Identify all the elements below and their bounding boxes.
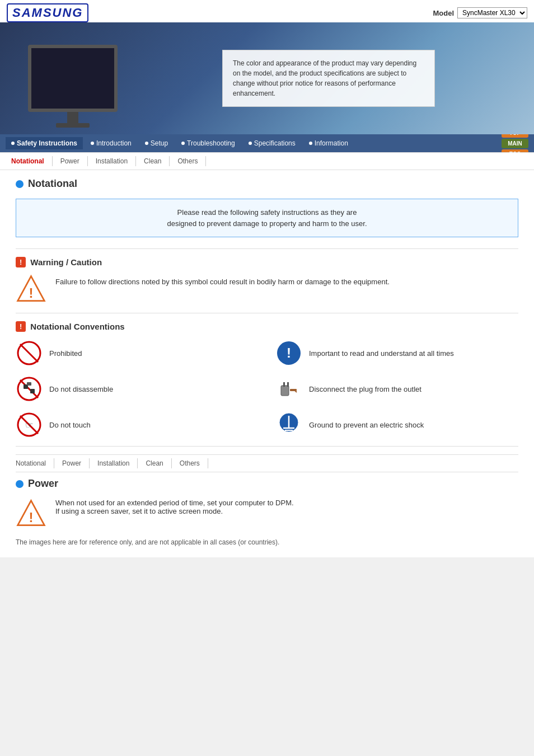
- power-title: Power: [28, 478, 58, 490]
- sub-nav-bottom-power[interactable]: Power: [54, 458, 90, 468]
- svg-rect-10: [27, 382, 31, 386]
- model-label: Model: [433, 9, 454, 17]
- sub-nav-notational[interactable]: Notational: [11, 156, 53, 166]
- power-warning-text: When not used for an extended period of …: [55, 499, 294, 515]
- ground-icon: [275, 411, 302, 438]
- nav-dot: [11, 142, 15, 145]
- banner: The color and appearance of the product …: [0, 22, 534, 134]
- warning-title: Warning / Caution: [30, 257, 102, 267]
- prohibited-label: Prohibited: [49, 349, 82, 358]
- warning-exclaim-icon: !: [20, 258, 22, 266]
- nav-dot: [145, 142, 148, 145]
- disconnect-plug-label: Disconnect the plug from the outlet: [309, 385, 421, 393]
- convention-no-disassemble: Do not disassemble: [16, 375, 259, 402]
- sub-nav-bottom-notational[interactable]: Notational: [16, 458, 54, 468]
- nav-dot: [181, 142, 185, 145]
- nav-item-introduction[interactable]: Introduction: [85, 137, 137, 149]
- sub-nav-clean[interactable]: Clean: [136, 156, 170, 166]
- svg-line-3: [20, 344, 38, 362]
- important-label: Important to read and understand at all …: [309, 349, 454, 358]
- convention-important: ! Important to read and understand at al…: [275, 340, 518, 367]
- svg-rect-11: [281, 386, 289, 396]
- ground-label: Ground to prevent an electric shock: [309, 421, 424, 429]
- info-box: Please read the following safety instruc…: [16, 199, 518, 237]
- power-body-line2: If using a screen saver, set it to activ…: [55, 507, 294, 515]
- warning-triangle-icon: !: [16, 274, 46, 305]
- warning-text: Failure to follow directions noted by th…: [55, 274, 390, 288]
- main-button[interactable]: MAIN: [502, 139, 528, 148]
- banner-monitor-image: [17, 45, 129, 134]
- warning-header: ! Warning / Caution: [16, 257, 518, 267]
- svg-rect-12: [283, 382, 285, 387]
- banner-wrapper: The color and appearance of the product …: [0, 22, 534, 152]
- notational-section-title: Notational: [16, 178, 518, 190]
- nav-dot: [309, 142, 312, 145]
- sub-nav-bottom: Notational Power Installation Clean Othe…: [16, 454, 518, 472]
- nav-item-setup[interactable]: Setup: [139, 137, 174, 149]
- banner-text: The color and appearance of the product …: [233, 59, 416, 97]
- samsung-logo: SAMSUNG: [7, 3, 88, 22]
- monitor-screen: [28, 45, 118, 112]
- model-info: Model SyncMaster XL30: [433, 7, 527, 18]
- divider2: [16, 313, 518, 313]
- svg-rect-9: [30, 389, 35, 393]
- content-area: Notational Please read the following saf…: [0, 170, 534, 557]
- monitor-stand: [67, 112, 78, 123]
- power-section-title: Power: [16, 478, 518, 490]
- info-line1: Please read the following safety instruc…: [27, 207, 507, 218]
- warning-body: ! Failure to follow directions noted by …: [16, 274, 518, 305]
- convention-disconnect-plug: Disconnect the plug from the outlet: [275, 375, 518, 402]
- conventions-exclaim-icon: !: [20, 322, 22, 331]
- sub-nav-bottom-others[interactable]: Others: [172, 458, 208, 468]
- model-select[interactable]: SyncMaster XL30: [457, 7, 527, 18]
- info-line2: designed to prevent damage to property a…: [27, 218, 507, 229]
- sub-nav-bottom-installation[interactable]: Installation: [90, 458, 138, 468]
- banner-text-box: The color and appearance of the product …: [222, 50, 435, 107]
- nav-item-specifications[interactable]: Specifications: [243, 137, 301, 149]
- important-icon: !: [275, 340, 302, 367]
- nav-item-safety[interactable]: Safety Instructions: [6, 137, 83, 149]
- page-header: SAMSUNG Model SyncMaster XL30: [0, 0, 534, 22]
- power-warning-triangle-icon: !: [16, 499, 46, 529]
- section-title-dot: [16, 180, 24, 188]
- prohibited-icon: [16, 340, 43, 367]
- notational-title: Notational: [28, 178, 77, 190]
- conventions-grid: Prohibited ! Important to read and under…: [16, 340, 518, 438]
- power-warning-body: ! When not used for an extended period o…: [16, 499, 518, 529]
- svg-text:!: !: [287, 345, 291, 360]
- sub-nav-bottom-clean[interactable]: Clean: [138, 458, 171, 468]
- sub-nav-power[interactable]: Power: [53, 156, 88, 166]
- svg-text:!: !: [29, 285, 34, 300]
- convention-no-touch: ☞ Do not touch: [16, 411, 259, 438]
- no-disassemble-label: Do not disassemble: [49, 385, 113, 393]
- power-body-line1: When not used for an extended period of …: [55, 499, 294, 507]
- sub-nav-others[interactable]: Others: [170, 156, 206, 166]
- no-disassemble-icon: [16, 375, 43, 402]
- convention-prohibited: Prohibited: [16, 340, 259, 367]
- divider3: [16, 446, 518, 447]
- no-touch-icon: ☞: [16, 411, 43, 438]
- no-touch-label: Do not touch: [49, 421, 91, 429]
- svg-rect-13: [287, 382, 289, 387]
- nav-dot: [249, 142, 252, 145]
- nav-item-information[interactable]: Information: [303, 137, 354, 149]
- power-section: Power ! When not used for an extended pe…: [16, 478, 518, 546]
- convention-ground: Ground to prevent an electric shock: [275, 411, 518, 438]
- disconnect-plug-icon: [275, 375, 302, 402]
- conventions-badge: !: [16, 321, 26, 332]
- divider1: [16, 248, 518, 249]
- warning-badge: !: [16, 257, 26, 267]
- power-title-dot: [16, 480, 24, 488]
- svg-text:!: !: [29, 510, 34, 525]
- monitor-base: [56, 123, 90, 128]
- nav-item-troubleshooting[interactable]: Troubleshooting: [176, 137, 241, 149]
- conventions-header: ! Notational Conventions: [16, 321, 518, 332]
- sub-nav-top: Notational Power Installation Clean Othe…: [0, 152, 534, 170]
- footer-note: The images here are for reference only, …: [16, 538, 518, 546]
- sub-nav-installation[interactable]: Installation: [88, 156, 136, 166]
- conventions-title: Notational Conventions: [30, 322, 124, 331]
- svg-text:☞: ☞: [25, 420, 33, 430]
- nav-bar: Safety Instructions Introduction Setup T…: [0, 134, 534, 152]
- nav-dot: [91, 142, 94, 145]
- main-content: Notational Power Installation Clean Othe…: [0, 152, 534, 557]
